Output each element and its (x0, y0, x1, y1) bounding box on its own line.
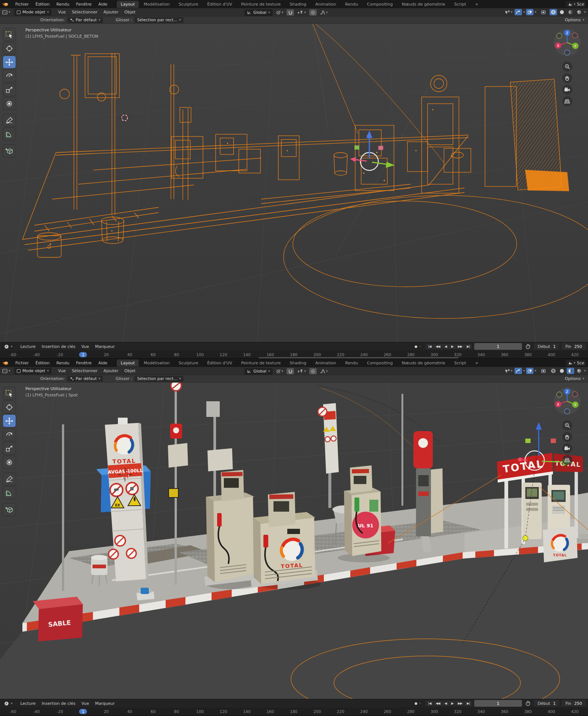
options-dropdown[interactable]: Options ▾ (565, 18, 584, 22)
gizmo-plane-handle-pink[interactable] (378, 146, 383, 150)
playback-button[interactable]: ▶▶ (456, 344, 465, 349)
zoom-button[interactable] (562, 62, 572, 72)
viewport-menu[interactable]: Ajouter (100, 368, 121, 374)
transform-orientation-select[interactable]: Global ▾ (244, 9, 273, 16)
xray-toggle[interactable] (539, 9, 547, 15)
shading-solid-button[interactable] (558, 368, 566, 374)
timeline-menu[interactable]: Marqueur (92, 343, 118, 350)
menubar-menu[interactable]: Aide (95, 360, 110, 366)
tool-orientation-select[interactable]: Par défaut ▾ (67, 376, 103, 382)
timeline-ruler[interactable]: -60-40-201204060801001201401601802002202… (0, 707, 588, 716)
wireframe-scene-canvas[interactable] (0, 24, 588, 342)
playback-button[interactable]: ▶▶ (456, 701, 465, 706)
gizmo-plane-handle-green[interactable] (354, 145, 359, 150)
proportional-falloff-button[interactable]: ▾ (319, 9, 329, 16)
workspace-tab[interactable]: Script (450, 359, 470, 367)
proportional-falloff-button[interactable]: ▾ (319, 368, 329, 374)
tool-orientation-select[interactable]: Par défaut ▾ (67, 17, 103, 23)
playback-button[interactable]: ▶| (465, 344, 472, 349)
frame-end-field[interactable]: Fin 250 (562, 343, 586, 350)
shading-material-button[interactable] (567, 9, 574, 15)
move-tool[interactable] (3, 56, 16, 68)
playback-button[interactable]: |◀ (426, 701, 433, 706)
workspace-tab[interactable]: Peinture de texture (237, 1, 285, 8)
shading-rendered-button[interactable] (575, 9, 583, 15)
axis-gizmo[interactable]: Z X Y (551, 386, 583, 418)
workspace-tab[interactable]: Peinture de texture (237, 359, 285, 367)
selectability-visibility-button[interactable]: ▾ (504, 9, 514, 15)
shading-material-button[interactable] (567, 368, 574, 374)
viewport-3d-rendered[interactable]: SABLE (0, 383, 588, 699)
shading-wireframe-button[interactable] (550, 368, 557, 374)
snap-toggle[interactable] (287, 9, 294, 16)
timeline-ruler[interactable]: -60-40-201204060801001201401601802002202… (0, 351, 588, 359)
shading-rendered-button[interactable] (575, 368, 583, 374)
workspace-tab[interactable]: Nœuds de géométrie (398, 359, 450, 367)
drag-mode-select[interactable]: Sélection par rect... ▾ (134, 376, 183, 382)
frame-start-field[interactable]: Début 1 (534, 343, 560, 350)
workspace-tab[interactable]: Script (450, 1, 470, 8)
snap-toggle[interactable] (287, 368, 294, 374)
measure-tool[interactable] (3, 128, 16, 140)
gizmos-toggle[interactable] (514, 9, 522, 15)
viewport-menu[interactable]: Objet (121, 368, 138, 374)
axis-neg-z-ball[interactable] (564, 50, 570, 55)
workspace-tab[interactable]: Layout (117, 359, 139, 367)
axis-neg-z-ball[interactable] (564, 409, 570, 414)
workspace-tab[interactable]: Shading (285, 1, 310, 8)
timeline-menu[interactable]: Marqueur (92, 700, 118, 707)
workspace-tab[interactable]: Sculpture (175, 359, 202, 367)
workspace-tab[interactable]: Rendu (341, 1, 362, 8)
viewport-menu[interactable]: Vue (55, 9, 69, 15)
measure-tool[interactable] (3, 487, 16, 499)
workspace-tab[interactable]: Compositing (363, 359, 397, 367)
menubar-menu[interactable]: Fichier (12, 360, 32, 366)
workspace-tab[interactable]: Édition d'UV (203, 1, 236, 8)
workspace-tab[interactable]: Compositing (363, 1, 397, 8)
pan-hand-button[interactable] (562, 73, 572, 83)
timeline-scrollbar[interactable] (259, 357, 459, 358)
gizmos-toggle[interactable] (514, 368, 522, 374)
spot-light-origin[interactable] (523, 536, 528, 541)
add-cube-tool[interactable] (3, 503, 16, 516)
menubar-menu[interactable]: Rendu (53, 360, 73, 366)
record-button[interactable]: ● ▾ (412, 344, 423, 349)
use-preview-range-button[interactable] (524, 700, 532, 707)
workspace-tab[interactable]: Shading (285, 359, 310, 367)
timeline-menu[interactable]: Lecture (18, 700, 39, 707)
workspace-tab[interactable]: Sculpture (175, 1, 202, 8)
viewport-3d-wireframe[interactable]: Perspective Utilisateur (1) LFHS_PosteFu… (0, 24, 588, 342)
record-button[interactable]: ● ▾ (412, 701, 423, 706)
shading-solid-button[interactable] (558, 9, 566, 15)
viewport-menu[interactable]: Sélectionner (69, 9, 100, 15)
timeline-menu[interactable]: Lecture (18, 343, 39, 350)
menubar-menu[interactable]: Rendu (53, 1, 73, 7)
snap-target-button[interactable]: ▾ (296, 9, 307, 16)
add-cube-tool[interactable] (3, 145, 16, 157)
workspace-tab[interactable]: Édition d'UV (203, 359, 236, 367)
playback-button[interactable]: ▶ (449, 701, 456, 706)
current-frame-field[interactable]: 1 (474, 343, 522, 350)
scene-selector[interactable]: ▾ Sce (566, 1, 586, 7)
perspective-toggle-button[interactable] (562, 96, 572, 106)
scale-tool[interactable] (3, 84, 16, 96)
axis-neg-y-ball[interactable] (557, 33, 562, 38)
timeline-menu[interactable]: Vue (78, 343, 92, 350)
workspace-tab[interactable]: Layout (117, 1, 139, 8)
timeline-editor-type-button[interactable]: ▾ (2, 700, 15, 706)
rotate-tool[interactable] (3, 70, 16, 82)
editor-type-button[interactable]: ▾ (2, 368, 12, 374)
gizmo-plane-handle-green[interactable] (525, 439, 531, 443)
overlays-toggle[interactable] (526, 368, 534, 374)
overlays-toggle[interactable] (526, 9, 534, 15)
menubar-menu[interactable]: Fenêtre (73, 1, 95, 7)
menubar-menu[interactable]: Édition (32, 1, 53, 7)
workspace-tab[interactable]: Rendu (341, 359, 362, 367)
cursor-tool[interactable] (3, 401, 16, 413)
frame-end-field[interactable]: Fin 250 (562, 700, 586, 707)
playback-button[interactable]: ▶| (465, 701, 472, 706)
playback-button[interactable]: ◀ (442, 701, 449, 706)
proportional-edit-toggle[interactable] (309, 9, 317, 16)
use-preview-range-button[interactable] (524, 343, 532, 350)
sable-box[interactable]: SABLE (33, 597, 83, 641)
